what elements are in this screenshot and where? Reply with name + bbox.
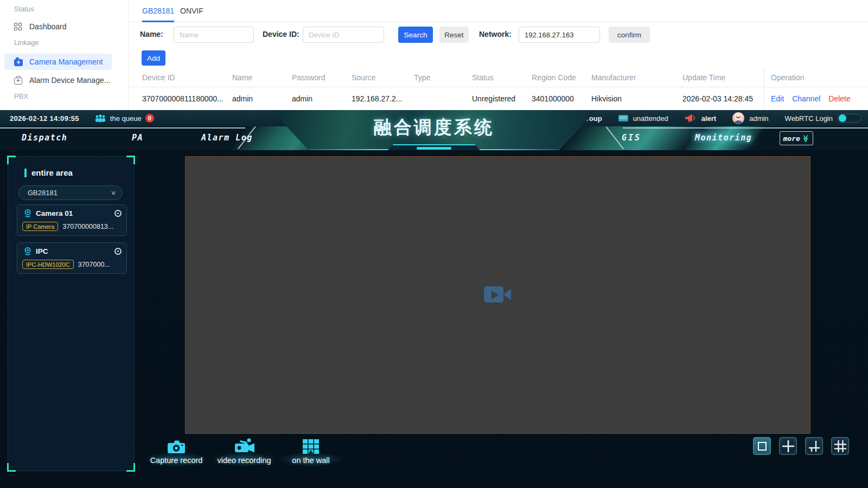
device-model-badge: IP Camera bbox=[22, 222, 58, 231]
col-device-id: Device ID bbox=[129, 73, 232, 82]
wall-grid-icon bbox=[302, 439, 320, 455]
cell-operation: Edit Channel Delete bbox=[764, 87, 868, 110]
nav-item-alarm-log[interactable]: Alarm Log bbox=[201, 133, 253, 143]
reset-button[interactable]: Reset bbox=[439, 27, 469, 43]
name-label: Name: bbox=[140, 30, 163, 38]
alert-label[interactable]: alert bbox=[701, 114, 716, 123]
col-operation: Operation bbox=[764, 68, 868, 87]
name-input[interactable] bbox=[174, 27, 254, 43]
delete-link[interactable]: Delete bbox=[828, 94, 850, 103]
corner-bracket bbox=[7, 156, 16, 164]
video-display-area[interactable] bbox=[185, 156, 810, 434]
alarm-device-icon bbox=[14, 78, 22, 85]
user-avatar[interactable] bbox=[732, 112, 744, 124]
add-button[interactable]: Add bbox=[142, 50, 165, 66]
nav-item-dispatch[interactable]: Dispatch bbox=[22, 133, 67, 143]
col-password: Password bbox=[292, 73, 352, 82]
device-id: 370700000813... bbox=[62, 223, 113, 230]
layout-nine-button[interactable] bbox=[831, 437, 849, 455]
dashboard-grid-icon bbox=[14, 23, 23, 31]
single-view-icon bbox=[758, 442, 767, 451]
screen-layout-buttons bbox=[753, 437, 849, 455]
more-label: more bbox=[783, 134, 800, 143]
device-card-ipc[interactable]: IPC IPC-HDW1020C 3707000... bbox=[17, 242, 127, 274]
col-type: Type bbox=[414, 73, 472, 82]
nav-frame-line bbox=[0, 127, 245, 129]
col-name: Name bbox=[232, 73, 292, 82]
six-split-icon bbox=[807, 439, 821, 453]
layout-single-button[interactable] bbox=[753, 437, 771, 455]
col-region-code: Region Code bbox=[532, 73, 591, 82]
device-name: IPC bbox=[36, 247, 48, 255]
channel-link[interactable]: Channel bbox=[792, 94, 820, 103]
corner-bracket bbox=[7, 463, 16, 472]
edit-link[interactable]: Edit bbox=[771, 94, 784, 103]
title-banner: 融合调度系统 bbox=[271, 110, 597, 150]
cell-status: Unregistered bbox=[472, 94, 532, 103]
webcam-icon bbox=[23, 209, 32, 217]
col-update-time: Update Time bbox=[682, 73, 764, 82]
nav-item-pa[interactable]: PA bbox=[132, 133, 143, 143]
username: admin bbox=[749, 114, 768, 123]
locate-target-icon[interactable] bbox=[114, 210, 122, 217]
sidebar-item-alarm-device[interactable]: Alarm Device Manage... bbox=[4, 72, 112, 88]
quad-split-icon bbox=[781, 439, 795, 453]
protocol-tabs: GB28181 ONVIF bbox=[129, 0, 868, 22]
double-chevron-down-icon: ≫ bbox=[802, 134, 810, 142]
sidebar-heading-linkage: Linkage bbox=[14, 38, 39, 47]
more-button[interactable]: more ≫ bbox=[780, 131, 813, 145]
corner-bracket bbox=[126, 156, 135, 164]
sidebar-item-label: Camera Management bbox=[29, 57, 103, 66]
panel-title-row: entire area bbox=[24, 168, 73, 177]
cell-region-code: 3401000000 bbox=[532, 94, 591, 103]
locate-target-icon[interactable] bbox=[114, 248, 122, 255]
queue-button[interactable]: the queue 0 bbox=[94, 114, 154, 123]
title-accent-bar bbox=[24, 169, 27, 177]
network-label: Network: bbox=[479, 30, 512, 38]
video-recorder-icon bbox=[232, 438, 256, 455]
webrtc-login-toggle[interactable] bbox=[838, 114, 861, 123]
alert-megaphone-icon bbox=[685, 113, 697, 123]
network-input[interactable] bbox=[519, 27, 600, 43]
unattended-label[interactable]: unattended bbox=[633, 114, 668, 123]
sidebar-item-dashboard[interactable]: Dashboard bbox=[4, 18, 112, 35]
sidebar-item-label: Dashboard bbox=[29, 22, 67, 31]
corner-bracket bbox=[126, 463, 135, 472]
search-button[interactable]: Search bbox=[398, 27, 433, 43]
col-status: Status bbox=[472, 73, 532, 82]
cell-name: admin bbox=[232, 94, 292, 103]
sidebar-heading-pbx: PBX bbox=[14, 92, 28, 100]
device-card-camera01[interactable]: Camera 01 IP Camera 370700000813... bbox=[17, 204, 127, 236]
table-header-row: Device ID Name Password Source Type Stat… bbox=[129, 68, 868, 87]
panel-title: entire area bbox=[31, 168, 73, 177]
nav-item-gis[interactable]: GIS bbox=[622, 133, 641, 143]
system-title: 融合调度系统 bbox=[271, 115, 597, 140]
device-table: Device ID Name Password Source Type Stat… bbox=[129, 68, 868, 110]
admin-main: GB28181 ONVIF Name: Device ID: Search Re… bbox=[129, 0, 868, 110]
device-id-input[interactable] bbox=[303, 27, 384, 43]
sidebar-item-camera-management[interactable]: Camera Management bbox=[4, 54, 112, 70]
cell-update-time: 2026-02-03 14:28:45 bbox=[682, 94, 764, 103]
layout-six-button[interactable] bbox=[805, 437, 823, 455]
nav-frame-line bbox=[623, 127, 868, 129]
cell-source: 192.168.27.2... bbox=[352, 94, 414, 103]
webcam-icon bbox=[23, 247, 32, 255]
nav-item-monitoring[interactable]: Monitoring bbox=[695, 133, 752, 143]
people-group-icon bbox=[94, 114, 106, 123]
dispatch-app: 2026-02-12 14:09:55 the queue 0 Talk Gro… bbox=[0, 110, 868, 488]
tool-label: on the wall bbox=[270, 456, 352, 465]
device-name: Camera 01 bbox=[36, 209, 73, 217]
camera-plus-icon bbox=[14, 59, 23, 66]
topbar-right: Talk Group unattended alert admin WebRTC… bbox=[548, 112, 861, 124]
capture-camera-icon bbox=[166, 439, 187, 455]
device-id-label: Device ID: bbox=[263, 30, 299, 38]
chevron-down-icon: ∨ bbox=[110, 189, 116, 196]
nine-split-icon bbox=[833, 439, 847, 453]
tab-gb28181[interactable]: GB28181 bbox=[142, 0, 174, 22]
tab-onvif[interactable]: ONVIF bbox=[180, 0, 203, 22]
device-id: 3707000... bbox=[78, 261, 110, 268]
confirm-button[interactable]: confirm bbox=[609, 27, 650, 43]
layout-quad-button[interactable] bbox=[779, 437, 797, 455]
on-the-wall-button[interactable]: on the wall bbox=[270, 435, 352, 465]
protocol-select[interactable]: GB28181 ∨ bbox=[18, 185, 123, 200]
